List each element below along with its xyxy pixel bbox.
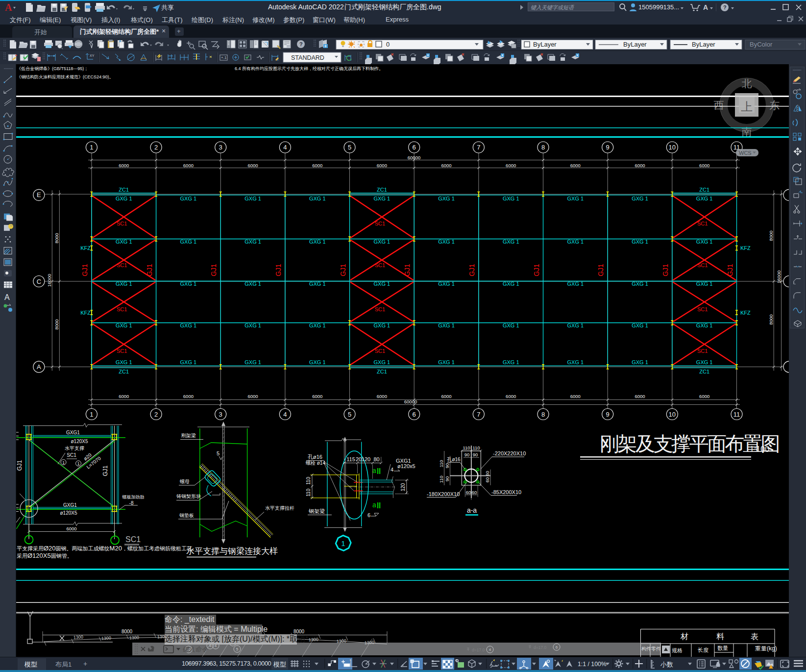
svg-text:6: 6: [367, 512, 370, 518]
svg-text:60000: 60000: [408, 155, 420, 160]
svg-text:钢垫板: 钢垫板: [179, 513, 194, 518]
svg-text:孔ø16: 孔ø16: [446, 457, 461, 462]
svg-text:SC1: SC1: [697, 221, 708, 226]
svg-text:GJ1: GJ1: [274, 264, 282, 276]
svg-text:ZC1: ZC1: [377, 187, 387, 193]
svg-text:GJ1: GJ1: [210, 264, 218, 276]
svg-text:7: 7: [477, 411, 480, 418]
svg-text:水平支撑: 水平支撑: [65, 446, 84, 451]
svg-text:-8: -8: [129, 500, 134, 506]
svg-text:GJ1: GJ1: [597, 264, 605, 276]
svg-text:6: 6: [413, 411, 416, 418]
svg-text:60000: 60000: [404, 399, 417, 404]
svg-text:ZC1: ZC1: [377, 369, 387, 374]
svg-text:刚架梁: 刚架梁: [181, 433, 196, 438]
svg-text:6000: 6000: [699, 163, 709, 168]
svg-text:ø20: ø20: [82, 452, 93, 462]
svg-text:SC1: SC1: [375, 348, 385, 354]
svg-text:6000: 6000: [570, 394, 581, 399]
svg-text:110: 110: [306, 477, 311, 485]
svg-text:GXG 1: GXG 1: [116, 196, 132, 201]
svg-text:6000: 6000: [377, 394, 387, 399]
svg-text:GXG 1: GXG 1: [567, 281, 584, 287]
svg-text:2: 2: [154, 144, 158, 151]
svg-text:90: 90: [473, 452, 478, 457]
svg-text:1: 1: [62, 460, 65, 465]
svg-text:16000: 16000: [776, 271, 782, 283]
svg-text:-180X200X10: -180X200X10: [427, 491, 460, 497]
svg-text:钢架梁: 钢架梁: [308, 508, 325, 514]
svg-text:90: 90: [444, 463, 450, 469]
svg-text:ZC1: ZC1: [699, 369, 709, 374]
svg-text:1300: 1300: [101, 635, 112, 641]
svg-text:3: 3: [219, 411, 222, 418]
svg-text:1300: 1300: [129, 635, 140, 640]
svg-text:WCS: WCS: [739, 150, 752, 156]
svg-text:4: 4: [391, 467, 393, 473]
svg-text:SC1: SC1: [375, 221, 385, 226]
svg-text:6000: 6000: [441, 163, 451, 168]
svg-text:-85X200X10: -85X200X10: [491, 489, 521, 495]
svg-text:GXG 1: GXG 1: [503, 281, 519, 287]
svg-text:6000: 6000: [183, 394, 194, 399]
svg-text:SC1: SC1: [117, 348, 127, 354]
svg-text:6000: 6000: [570, 163, 581, 168]
svg-text:GJ1: GJ1: [339, 264, 347, 276]
svg-text:6.4 所有构件均应按图示尺寸先放大样，经核对尺寸正确无误: 6.4 所有构件均应按图示尺寸先放大样，经核对尺寸正确无误后再下料制作。: [235, 66, 383, 71]
svg-text:《低合金钢焊条》(GB/T5118—95)；: 《低合金钢焊条》(GB/T5118—95)；: [17, 66, 88, 71]
svg-text:GJ1: GJ1: [533, 264, 540, 276]
svg-text:GXG 1: GXG 1: [244, 196, 261, 201]
svg-text:16000: 16000: [47, 274, 52, 287]
svg-text:5: 5: [348, 144, 351, 151]
svg-text:GXG 1: GXG 1: [180, 281, 197, 287]
svg-text:6000: 6000: [312, 163, 322, 168]
svg-text:11: 11: [733, 411, 740, 418]
svg-text:SC1: SC1: [117, 262, 127, 268]
svg-text:GXG 1: GXG 1: [180, 196, 197, 201]
svg-text:C: C: [37, 278, 41, 285]
svg-text:东: 东: [770, 100, 780, 111]
svg-text:SC1: SC1: [67, 452, 76, 458]
svg-text:西: 西: [714, 100, 724, 111]
svg-text:长度: 长度: [697, 647, 708, 653]
svg-text:水平支撑拉杆: 水平支撑拉杆: [265, 505, 294, 511]
svg-text:螺栓 ø14: 螺栓 ø14: [306, 460, 325, 466]
svg-text:10: 10: [669, 144, 676, 151]
svg-text:6000: 6000: [506, 394, 516, 399]
svg-text:9: 9: [606, 144, 610, 151]
svg-text:GXG 1: GXG 1: [374, 196, 391, 201]
svg-text:20: 20: [356, 456, 362, 462]
svg-text:110: 110: [439, 460, 444, 467]
svg-text:ø120X5: ø120X5: [71, 439, 88, 444]
svg-text:KFZ: KFZ: [80, 310, 91, 316]
svg-text:GXG 1: GXG 1: [567, 359, 584, 365]
svg-text:GXG 1: GXG 1: [309, 196, 326, 201]
svg-text:8: 8: [541, 144, 545, 151]
svg-text:GXG 1: GXG 1: [309, 239, 326, 245]
svg-text:110: 110: [472, 445, 480, 450]
svg-text:XY: XY: [90, 54, 95, 57]
svg-text:90: 90: [444, 476, 450, 482]
svg-text:GXG 1: GXG 1: [438, 281, 455, 287]
svg-text:8: 8: [541, 411, 545, 418]
svg-text:60: 60: [466, 490, 471, 495]
svg-text:a: a: [372, 501, 376, 509]
svg-text:平支撑采用Ø20圆钢。两端加工成螺纹M20，螺纹加工考虑钢筋: 平支撑采用Ø20圆钢。两端加工成螺纹M20，螺纹加工考虑钢筋镦粗工艺。: [17, 545, 197, 552]
svg-text:GXG 1: GXG 1: [503, 359, 519, 365]
svg-text:ZC1: ZC1: [119, 187, 129, 193]
svg-text:螺板加劲肋: 螺板加劲肋: [122, 495, 145, 499]
svg-text:6000: 6000: [66, 526, 76, 531]
svg-text:A: A: [37, 363, 41, 371]
svg-text:10: 10: [669, 411, 676, 418]
svg-text:8000: 8000: [293, 629, 305, 634]
svg-text:120: 120: [362, 456, 370, 462]
svg-text:重量(kg): 重量(kg): [755, 645, 777, 652]
svg-text:5: 5: [348, 411, 351, 418]
svg-text:E: E: [37, 191, 41, 199]
svg-text:GXG 1: GXG 1: [374, 359, 391, 365]
svg-text:GXG 1: GXG 1: [116, 323, 132, 328]
svg-text:GXG1: GXG1: [63, 502, 77, 508]
svg-text:料: 料: [716, 632, 724, 641]
svg-text:GXG 1: GXG 1: [503, 239, 519, 245]
svg-text:6000: 6000: [247, 394, 258, 399]
